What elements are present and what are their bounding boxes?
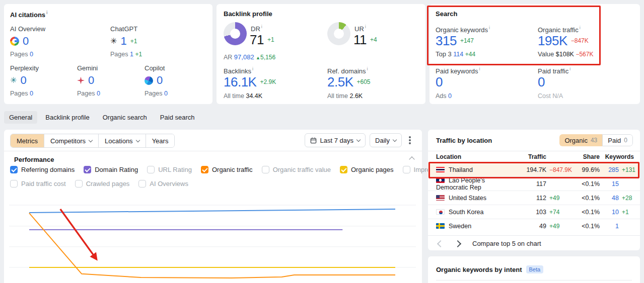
paid-toggle-button[interactable]: Paid0 (602, 134, 633, 146)
more-options-icon[interactable] (409, 139, 411, 141)
table-row-sweden[interactable]: Sweden 49 +49 <0.1% 1 (428, 219, 640, 233)
traffic-type-toggle: Organic43 Paid0 (559, 134, 633, 146)
table-row-thailand[interactable]: Thailand 194.7K −847.9K 99.6% 285 +131 (428, 162, 640, 176)
triangle-up-icon: ▲ (256, 55, 260, 60)
ai-stat-label: Copilot (145, 64, 168, 72)
thailand-flag-icon (436, 167, 445, 172)
collapse-section-icon[interactable] (409, 156, 414, 162)
previous-page-icon[interactable] (437, 240, 444, 247)
metric-organic-traffic[interactable]: Organic traffic (201, 166, 253, 173)
date-range-button[interactable]: Last 7 days (305, 133, 366, 147)
info-icon: i (569, 66, 570, 71)
backlink-profile-title: Backlink profile (224, 10, 272, 18)
keywords-link[interactable]: 285 (600, 166, 619, 173)
ai-stat-value[interactable]: 0 (23, 36, 29, 47)
metric-domain-rating[interactable]: Domain Rating (84, 166, 138, 173)
backlinks-label: Backlinksi (224, 66, 253, 75)
tab-paid-search[interactable]: Paid search (155, 111, 200, 124)
table-row-laos[interactable]: Lao People's Democratic Rep 117 <0.1% 15 (428, 176, 640, 191)
tab-organic-search[interactable]: Organic search (98, 111, 152, 124)
paid-traffic-value[interactable]: 0 (538, 75, 545, 88)
pages-value[interactable]: 1 (130, 51, 133, 58)
location-cell: Thailand (436, 166, 516, 173)
organic-traffic-value[interactable]: 195K (538, 34, 567, 47)
metric-organic-pages[interactable]: Organic pages (340, 166, 394, 173)
metric-paid-traffic-cost[interactable]: Paid traffic cost (10, 180, 66, 187)
keywords-link[interactable]: 48 (600, 195, 619, 202)
pages-value[interactable]: 0 (97, 90, 100, 97)
search-card: Search Organic keywordsi 315 +147 Top 3 … (430, 4, 640, 104)
filter-group: Metrics Competitors Locations Years (10, 134, 175, 148)
locations-filter-button[interactable]: Locations (98, 134, 146, 147)
perplexity-icon: ✳ (10, 76, 17, 84)
checkbox-icon (138, 180, 146, 187)
tab-backlink-profile[interactable]: Backlink profile (40, 111, 94, 124)
chevron-down-icon (135, 138, 139, 142)
organic-traffic-label: Organic traffici (538, 25, 581, 34)
divider (436, 280, 632, 280)
metric-referring-domains[interactable]: Referring domains (10, 166, 75, 173)
backlinks-value[interactable]: 16.1K (224, 75, 256, 88)
years-filter-button[interactable]: Years (146, 134, 175, 147)
dr-change: +1 (267, 36, 274, 43)
sweden-flag-icon (436, 223, 445, 229)
location-cell: Lao People's Democratic Rep (436, 177, 516, 191)
location-cell: South Korea (436, 209, 516, 216)
metric-ai-overviews[interactable]: AI Overviews (138, 180, 188, 187)
metric-legend-row-2: Paid traffic cost Crawled pages AI Overv… (10, 180, 188, 187)
table-row-south-korea[interactable]: South Korea 103 +74 <0.1% 10 +1 (428, 205, 640, 219)
south-korea-flag-icon (436, 209, 445, 215)
ai-citations-title: AI citationsi (10, 10, 48, 19)
column-traffic: Traffic (516, 153, 546, 160)
metric-url-rating[interactable]: URL Rating (147, 166, 192, 173)
column-keywords: Keywords (600, 153, 634, 160)
keywords-link[interactable]: 15 (600, 180, 619, 187)
keywords-link[interactable]: 1 (600, 223, 619, 230)
metrics-filter-button[interactable]: Metrics (11, 134, 44, 147)
metric-crawled-pages[interactable]: Crawled pages (75, 180, 130, 187)
metric-organic-traffic-value[interactable]: Organic traffic value (262, 166, 331, 173)
ai-stat-label: Gemini (77, 64, 100, 72)
compare-top5-link[interactable]: Compare top 5 on chart (472, 240, 541, 247)
pages-value[interactable]: 0 (30, 90, 33, 97)
ai-stat-value[interactable]: 1 (120, 36, 126, 47)
checkbox-icon (403, 166, 410, 173)
pages-value[interactable]: 0 (30, 51, 33, 58)
ai-stat-copilot: Copilot 0 Pages 0 (145, 64, 168, 97)
top3-value[interactable]: 114 (453, 51, 463, 58)
ref-domains-alltime: All time 2.6K (327, 92, 363, 100)
info-icon: i (252, 66, 253, 71)
next-page-icon[interactable] (454, 240, 461, 247)
location-cell: Sweden (436, 223, 516, 230)
gemini-icon (77, 77, 85, 84)
calendar-icon (310, 137, 317, 144)
competitors-filter-button[interactable]: Competitors (44, 134, 98, 147)
pages-value[interactable]: 0 (164, 90, 168, 97)
google-g-icon (10, 37, 19, 46)
organic-toggle-button[interactable]: Organic43 (559, 134, 602, 146)
ur-change: +4 (370, 36, 377, 43)
checkbox-icon (10, 166, 18, 173)
organic-keywords-label: Organic keywordsi (436, 25, 490, 34)
table-row-united-states[interactable]: United States 112 +49 <0.1% 48 +28 (428, 191, 640, 205)
ai-stat-value[interactable]: 0 (88, 75, 94, 86)
ai-stat-value[interactable]: 0 (157, 75, 163, 86)
column-location: Location (436, 153, 516, 160)
ai-stat-gemini: Gemini 0 Pages 0 (77, 64, 100, 97)
checkbox-icon (147, 166, 155, 173)
info-icon: i (46, 10, 48, 15)
divider (428, 235, 640, 236)
tab-general[interactable]: General (4, 111, 37, 124)
info-icon: i (580, 25, 581, 30)
ref-domains-value[interactable]: 2.5K (327, 75, 353, 88)
granularity-button[interactable]: Daily (370, 133, 402, 147)
organic-keywords-value[interactable]: 315 (436, 34, 457, 47)
ai-stat-label: Perplexity (10, 64, 39, 72)
ai-stat-value[interactable]: 0 (20, 75, 26, 86)
dr-label: DRi (251, 24, 262, 33)
ur-value: 11 (353, 33, 367, 46)
ar-value[interactable]: 97,082 (234, 53, 254, 61)
keywords-link[interactable]: 10 (600, 209, 619, 216)
paid-keywords-value[interactable]: 0 (436, 75, 443, 88)
ar-row: AR 97,082 ▲5,156 (224, 53, 275, 61)
